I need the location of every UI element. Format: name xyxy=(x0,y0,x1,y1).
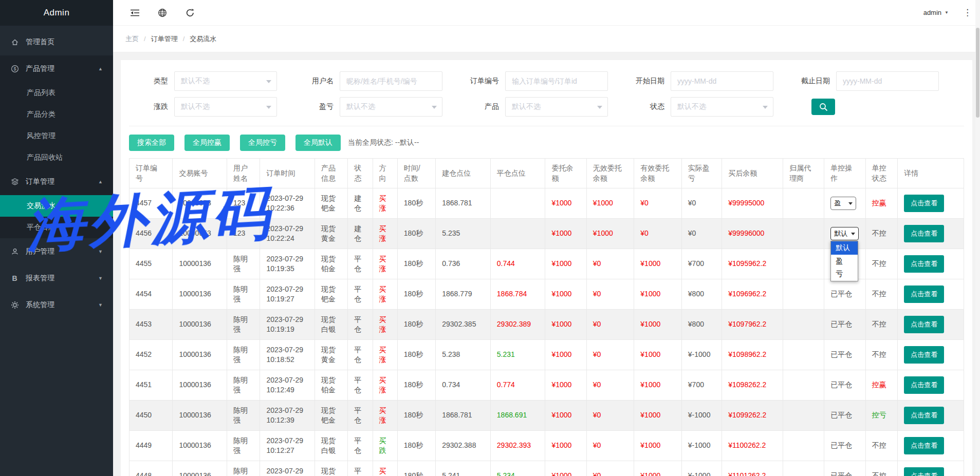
admin-user-menu[interactable]: admin ▼ xyxy=(923,9,949,16)
dollar-icon: $ xyxy=(10,65,19,73)
global-default-button[interactable]: 全局默认 xyxy=(295,135,341,151)
global-lose-button[interactable]: 全局控亏 xyxy=(240,135,285,151)
view-detail-button[interactable]: 点击查看 xyxy=(904,316,944,333)
agent-cell xyxy=(783,279,824,310)
start-date-input[interactable] xyxy=(671,71,773,91)
column-header: 时间/ 点数 xyxy=(397,159,435,188)
breadcrumb: 主页 / 订单管理 / 交易流水 xyxy=(113,26,980,52)
invalid-entrust-cell: ¥0 xyxy=(586,340,634,370)
view-detail-button[interactable]: 点击查看 xyxy=(904,376,944,394)
sidebar-item-product-category[interactable]: 产品分类 xyxy=(0,104,113,125)
close-point-cell: 29302.389 xyxy=(490,310,545,340)
svg-text:$: $ xyxy=(13,66,16,71)
search-button[interactable] xyxy=(811,99,835,115)
chevron-down-icon: ▼ xyxy=(98,249,103,254)
single-control-select[interactable]: 盈 xyxy=(830,197,856,210)
position-status-cell: 平 仓 xyxy=(348,279,373,310)
single-control-cell: 已平仓 xyxy=(824,340,865,370)
sidebar-item-home[interactable]: 管理首页 xyxy=(0,29,113,55)
sidebar-item-label: 报表管理 xyxy=(26,274,54,283)
sidebar-item-order-mgmt[interactable]: 订单管理 ▲ xyxy=(0,168,113,195)
global-win-button[interactable]: 全局控赢 xyxy=(184,135,230,151)
single-control-cell: 已平仓 xyxy=(824,310,865,340)
single-control-cell: 已平仓 xyxy=(824,401,865,431)
single-control-select[interactable]: 默认 xyxy=(830,227,859,240)
sidebar-item-product-list[interactable]: 产品列表 xyxy=(0,82,113,104)
dropdown-option[interactable]: 盈 xyxy=(831,255,858,268)
direction-cell: 买 涨 xyxy=(373,340,397,370)
globe-icon[interactable] xyxy=(152,4,173,22)
order-id-cell: 4452 xyxy=(130,340,173,370)
table-row: 4456100000531232023-07-29 10:22:24现货 黄金建… xyxy=(130,219,964,249)
refresh-icon[interactable] xyxy=(180,4,200,22)
filter-label-type: 类型 xyxy=(129,77,168,86)
order-time-cell: 2023-07-29 10:11:55 xyxy=(260,461,315,476)
report-icon: B xyxy=(10,274,19,283)
order-time-cell: 2023-07-29 10:18:52 xyxy=(260,340,315,370)
scrollbar-thumb[interactable] xyxy=(976,28,979,118)
view-detail-button[interactable]: 点击查看 xyxy=(904,437,944,454)
profit-select[interactable]: 默认不选 xyxy=(340,97,442,117)
updown-select[interactable]: 默认不选 xyxy=(174,97,277,117)
after-balance-cell: ¥1098262.2 xyxy=(722,370,783,401)
duration-cell: 180秒 xyxy=(397,431,435,461)
table-row: 445310000136陈明 强2023-07-29 10:19:19现货 白银… xyxy=(130,310,964,340)
order-id-cell: 4449 xyxy=(130,431,173,461)
sidebar-item-user-mgmt[interactable]: 用户管理 ▼ xyxy=(0,238,113,265)
dropdown-option[interactable]: 默认 xyxy=(831,241,858,255)
user-name-cell: 123 xyxy=(227,188,260,219)
username-input[interactable] xyxy=(340,71,442,91)
product-select[interactable]: 默认不选 xyxy=(505,97,608,117)
user-name-cell: 陈明 强 xyxy=(227,279,260,310)
valid-entrust-cell: ¥1000 xyxy=(634,370,682,401)
sidebar-item-close-log[interactable]: 平仓日志 xyxy=(0,217,113,238)
control-status-cell: 不控 xyxy=(865,219,897,249)
actual-profit-cell: ¥-1000 xyxy=(681,431,722,461)
column-header: 交易账号 xyxy=(173,159,227,188)
sidebar-item-system-mgmt[interactable]: 系统管理 ▼ xyxy=(0,292,113,318)
chevron-down-icon xyxy=(432,106,437,109)
actual-profit-cell: ¥800 xyxy=(681,310,722,340)
actual-profit-cell: ¥-1000 xyxy=(681,401,722,431)
trade-account-cell: 10000136 xyxy=(173,340,227,370)
search-all-button[interactable]: 搜索全部 xyxy=(129,135,174,151)
sidebar-item-report-mgmt[interactable]: B 报表管理 ▼ xyxy=(0,265,113,292)
view-detail-button[interactable]: 点击查看 xyxy=(904,346,944,364)
breadcrumb-home[interactable]: 主页 xyxy=(125,34,139,44)
view-detail-button[interactable]: 点击查看 xyxy=(904,407,944,424)
status-select[interactable]: 默认不选 xyxy=(671,97,773,117)
view-detail-button[interactable]: 点击查看 xyxy=(904,285,944,303)
filter-label-start-date: 开始日期 xyxy=(625,77,664,86)
end-date-input[interactable] xyxy=(836,71,939,91)
type-select[interactable]: 默认不选 xyxy=(174,71,277,91)
closed-position-text: 已平仓 xyxy=(830,290,852,298)
chevron-up-icon: ▲ xyxy=(98,179,103,184)
view-detail-button[interactable]: 点击查看 xyxy=(904,225,944,242)
position-status-cell: 平 仓 xyxy=(348,340,373,370)
collapse-menu-icon[interactable] xyxy=(124,4,145,22)
table-row: 444810000136陈明 强2023-07-29 10:11:55现货 黄金… xyxy=(130,461,964,476)
sidebar-item-product-recycle[interactable]: 产品回收站 xyxy=(0,147,113,168)
trade-account-cell: 10000136 xyxy=(173,249,227,279)
sidebar-item-risk-mgmt[interactable]: 风控管理 xyxy=(0,125,113,147)
open-point-cell: 1868.781 xyxy=(436,188,491,219)
close-point-cell: 5.234 xyxy=(490,461,545,476)
dropdown-option[interactable]: 亏 xyxy=(831,268,858,281)
order-id-cell: 4450 xyxy=(130,401,173,431)
table-row: 445110000136陈明 强2023-07-29 10:12:49现货 铂金… xyxy=(130,370,964,401)
kebab-menu-icon[interactable]: ⋮ xyxy=(960,7,975,18)
view-detail-button[interactable]: 点击查看 xyxy=(904,255,944,273)
open-point-cell: 29302.385 xyxy=(436,310,491,340)
column-header: 用户 姓名 xyxy=(227,159,260,188)
position-status-cell: 建 仓 xyxy=(348,188,373,219)
sidebar-item-product-mgmt[interactable]: $ 产品管理 ▲ xyxy=(0,55,113,82)
duration-cell: 180秒 xyxy=(397,249,435,279)
breadcrumb-order-mgmt[interactable]: 订单管理 xyxy=(151,34,178,44)
invalid-entrust-cell: ¥0 xyxy=(586,401,634,431)
order-no-input[interactable] xyxy=(505,71,608,91)
order-time-cell: 2023-07-29 10:12:27 xyxy=(260,431,315,461)
sidebar-item-trade-flow[interactable]: 交易流水 xyxy=(0,195,113,217)
view-detail-button[interactable]: 点击查看 xyxy=(904,195,944,212)
view-detail-button[interactable]: 点击查看 xyxy=(904,467,944,476)
detail-cell: 点击查看 xyxy=(898,249,964,279)
